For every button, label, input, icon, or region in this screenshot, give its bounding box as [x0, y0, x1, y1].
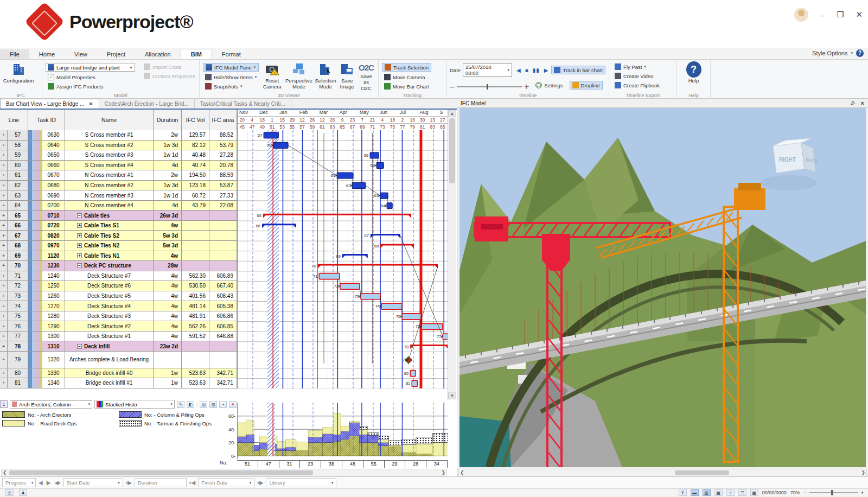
histogram-view-selector[interactable]: Stacked Histo ▾ — [94, 400, 175, 409]
table-row[interactable]: +580640S Cross member #21w 3d82.1253.79 — [0, 141, 237, 151]
expand-collapse-icon[interactable]: + — [77, 233, 82, 238]
chart-view-icon[interactable]: ▥ — [209, 401, 217, 408]
gantt-vertical-scrollbar[interactable]: ▲ ▼ — [448, 110, 456, 399]
zoom-slider[interactable]: –+ — [804, 490, 864, 495]
constrain-start-icon[interactable]: ◀▪ — [53, 480, 61, 486]
link-forward-icon[interactable]: ▶ — [46, 480, 52, 486]
table-row[interactable]: +711240Deck Structure #74w562.30606.89 — [0, 271, 237, 282]
duration-field[interactable]: Duration — [135, 478, 187, 487]
stop-button[interactable]: ■ — [525, 67, 528, 73]
finish-date-field[interactable]: Finish Date▾ — [198, 478, 254, 487]
expand-collapse-icon[interactable]: + — [77, 243, 82, 248]
table-icon[interactable]: ☰ — [738, 489, 746, 496]
pull-finish-icon[interactable]: ▪◀ — [188, 480, 196, 486]
split-view-icon[interactable]: ▤ — [200, 401, 207, 408]
perspective-mode-button[interactable]: Perspective Mode — [285, 61, 312, 91]
move-bar-chart-button[interactable]: Move Bar Chart — [382, 82, 431, 90]
dropline-button[interactable]: Dropline — [570, 81, 603, 90]
expand-collapse-icon[interactable]: + — [77, 223, 82, 228]
ribbon-tab-bim[interactable]: BIM — [181, 49, 212, 59]
push-start-icon[interactable]: ▪▶ — [125, 480, 133, 486]
table-row[interactable]: +791320Arches complete & Load Bearing — [0, 352, 237, 368]
import-costs-button[interactable]: Import Costs — [142, 63, 197, 71]
table-row[interactable]: +771300Deck Structure #14w591.52646.88 — [0, 332, 237, 342]
fly-past-button[interactable]: Fly Past ▾ — [612, 63, 662, 71]
column-header-ifc-area[interactable]: IFC area — [209, 110, 237, 130]
push-finish-icon[interactable]: ▪▶ — [256, 480, 264, 486]
ribbon-tab-format[interactable]: Format — [212, 49, 251, 59]
histogram-chart[interactable] — [237, 403, 448, 459]
scroll-left-icon[interactable]: ❮ — [3, 470, 7, 475]
table-row[interactable]: +721250Deck Structure #64w530.50667.40 — [0, 281, 237, 291]
view-mode-icon[interactable]: ▬ — [691, 489, 699, 496]
ribbon-tab-allocation[interactable]: Allocation — [135, 49, 181, 59]
close-button[interactable]: ✕ — [856, 10, 863, 20]
ifc-model-pane-button[interactable]: IFC Model Pane ▾ — [203, 63, 259, 72]
table-row[interactable]: +691120+Cable Ties N14w — [0, 251, 237, 262]
column-header-line[interactable]: Line — [0, 110, 28, 130]
scroll-left-icon[interactable]: ❮ — [460, 470, 464, 475]
resource-icon[interactable]: ♟ — [19, 489, 27, 496]
reset-camera-button[interactable]: ! Reset Camera — [261, 61, 283, 91]
minimize-button[interactable]: – — [820, 10, 825, 20]
ribbon-tab-file[interactable]: File — [0, 49, 29, 59]
settings-button[interactable]: Settings — [533, 81, 565, 89]
model-properties-button[interactable]: ✓ Model Properties — [46, 73, 135, 81]
table-row[interactable]: +811340Bridge deck infill #11w523.63342.… — [0, 378, 237, 388]
edit-histogram-icon[interactable]: ✎ — [177, 401, 184, 408]
table-row[interactable]: +680970+Cable Ties N25w 3d — [0, 241, 237, 251]
model-select[interactable]: Large road bridge and plant ▼ — [46, 63, 135, 72]
user-avatar[interactable] — [794, 8, 808, 22]
track-in-bar-chart-button[interactable]: Track in bar chart — [551, 66, 605, 74]
format-histogram-icon[interactable]: ◧ — [187, 401, 194, 408]
expand-collapse-icon[interactable]: − — [77, 213, 82, 218]
chart-mode-icon[interactable]: ▥ — [703, 489, 711, 496]
timeline-slider[interactable]: – + — [450, 82, 529, 92]
table-row[interactable]: +590650S Cross member #31w 1d40.4827.28 — [0, 150, 237, 161]
expand-collapse-icon[interactable]: − — [77, 263, 82, 268]
table-row[interactable]: +670820+Cable Ties S25w 3d — [0, 231, 237, 241]
remove-graph-icon[interactable]: ✕ — [229, 401, 237, 408]
ifc-horizontal-scrollbar[interactable]: ❮ ❯ — [458, 469, 867, 476]
configuration-button[interactable]: Configuration — [3, 61, 34, 91]
assign-ifc-products-button[interactable]: Assign IFC Products — [46, 82, 135, 90]
hide-show-items-button[interactable]: Hide/Show Items ▾ — [203, 73, 259, 81]
column-header-ifc-vol[interactable]: IFC Vol — [182, 110, 209, 130]
clock-icon[interactable]: ◷ — [5, 489, 14, 496]
table-row[interactable]: +701230−Deck PC structure28w — [0, 261, 237, 271]
table-row[interactable]: +620680N Cross member #21w 3d123.1853.87 — [0, 181, 237, 191]
column-header-task-id[interactable]: Task ID — [28, 110, 65, 130]
table-row[interactable]: +640700N Cross member #44d43.7922.08 — [0, 201, 237, 211]
selection-mode-button[interactable]: Selection Mode — [315, 61, 337, 91]
move-camera-button[interactable]: Move Camera — [382, 73, 431, 81]
close-tab-icon[interactable]: ✕ — [88, 101, 93, 107]
track-selection-button[interactable]: Track Selection — [382, 63, 431, 72]
date-field[interactable]: 25/07/2018 08:00 ▾ — [463, 63, 512, 77]
help-button[interactable]: ? Help — [680, 61, 707, 91]
table-row[interactable]: +650710−Cable ties26w 3d — [0, 211, 237, 221]
scroll-right-icon[interactable]: ❯ — [441, 470, 445, 475]
table-row[interactable]: +801330Bridge deck infill #01w523.63342.… — [0, 368, 237, 379]
expand-collapse-icon[interactable]: + — [77, 253, 82, 258]
close-pane-icon[interactable]: ✕ — [860, 100, 865, 106]
table-row[interactable]: +570630S Cross member #12w129.5788.52 — [0, 130, 237, 141]
scroll-down-icon[interactable]: ▼ — [448, 392, 456, 399]
histogram-toggle-icon[interactable]: ▦ — [714, 489, 723, 496]
query-icon[interactable]: ? — [726, 489, 735, 496]
custom-properties-button[interactable]: Custom Properties — [142, 72, 197, 80]
column-header-name[interactable]: Name — [65, 110, 154, 130]
style-options[interactable]: Style Options ▾ ? — [812, 49, 864, 57]
add-graph-icon[interactable]: + — [219, 401, 227, 408]
table-row[interactable]: +741270Deck Structure #44w481.14605.38 — [0, 301, 237, 311]
doc-tab[interactable]: Bar Chart View - Large Bridge ...✕ — [0, 99, 99, 109]
calendar-icon[interactable]: ▦ — [750, 489, 758, 496]
snapshots-button[interactable]: Snapshots ▾ — [203, 82, 259, 90]
restore-button[interactable]: ❐ — [837, 10, 844, 20]
table-row[interactable]: +761290Deck Structure #24w562.26606.85 — [0, 321, 237, 332]
save-image-button[interactable]: Save Image — [339, 61, 355, 91]
create-video-button[interactable]: Create Video — [612, 72, 662, 80]
create-flipbook-button[interactable]: Create Flipbook — [612, 81, 662, 89]
pause-button[interactable]: ▮▮ — [533, 67, 540, 73]
step-back-button[interactable]: ◀ — [516, 67, 521, 73]
play-button[interactable]: ▶ — [544, 67, 548, 73]
